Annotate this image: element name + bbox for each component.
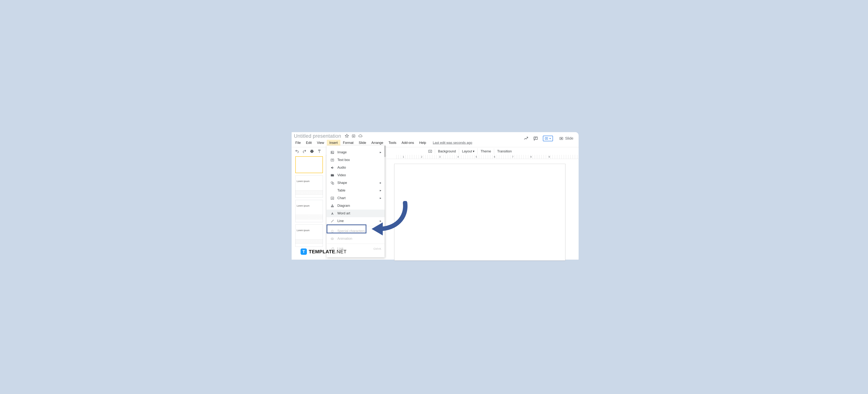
dd-label: Diagram (337, 204, 350, 208)
thumb-label: Lorem ipsum (297, 229, 309, 232)
svg-point-10 (331, 181, 333, 183)
menu-tools[interactable]: Tools (386, 140, 399, 146)
svg-rect-11 (332, 183, 334, 184)
ruler-num: 5 (467, 155, 486, 159)
star-icon[interactable] (345, 134, 349, 139)
move-icon[interactable] (351, 134, 355, 139)
dd-label: Shape (337, 181, 347, 185)
slide-thumb-1[interactable] (296, 156, 323, 173)
audio-icon (330, 166, 335, 170)
svg-marker-0 (345, 134, 348, 137)
insert-table[interactable]: Table▶ (327, 187, 384, 194)
present-button[interactable] (543, 136, 553, 141)
dd-label: Table (337, 188, 345, 192)
ruler-num: 4 (449, 155, 467, 159)
submenu-arrow-icon: ▶ (380, 182, 381, 184)
svg-rect-9 (331, 174, 334, 176)
svg-rect-2 (534, 137, 537, 140)
watermark-badge: T (301, 248, 307, 255)
insert-wordart[interactable]: Word art (327, 210, 384, 217)
slide-canvas[interactable] (394, 164, 565, 261)
new-slide-icon[interactable] (426, 149, 435, 153)
line-icon (330, 219, 335, 223)
ruler-num: 9 (540, 155, 558, 159)
menu-insert[interactable]: Insert (327, 140, 340, 146)
menu-edit[interactable]: Edit (303, 140, 314, 146)
ruler-num: 6 (486, 155, 504, 159)
wordart-icon (330, 212, 335, 215)
layout-label: Layout (462, 149, 472, 153)
submenu-arrow-icon: ▶ (380, 189, 381, 192)
watermark: T TEMPLATE.NET (301, 248, 346, 255)
dd-label: Image (337, 150, 347, 154)
animation-icon (330, 237, 335, 241)
submenu-arrow-icon: ▶ (380, 197, 381, 199)
slide-thumb-4[interactable]: Lorem ipsum (296, 224, 323, 247)
insert-diagram[interactable]: Diagram (327, 202, 384, 210)
thumb-label: Lorem ipsum (297, 205, 309, 207)
insert-textbox[interactable]: Text box (327, 156, 384, 164)
textbox-icon (330, 158, 335, 162)
ruler-num: 2 (412, 155, 431, 159)
svg-point-15 (332, 206, 333, 207)
theme-button[interactable]: Theme (477, 148, 494, 154)
watermark-text: TEMPLATE.NET (309, 249, 346, 254)
menu-help[interactable]: Help (416, 140, 429, 146)
image-icon (330, 151, 335, 154)
slide-thumb-3[interactable]: Lorem ipsum (296, 200, 323, 222)
activity-icon[interactable] (524, 136, 528, 141)
dd-label: Special characters (337, 229, 365, 233)
ruler-num: 1 (394, 155, 412, 159)
background-button[interactable]: Background (435, 148, 459, 154)
insert-shape[interactable]: Shape▶ (327, 179, 384, 187)
cloud-icon[interactable] (358, 134, 363, 139)
slide-thumb-2[interactable]: Lorem ipsum (296, 175, 323, 198)
print-icon[interactable] (310, 149, 314, 153)
canvas-area: 1 2 3 4 5 6 7 8 9 (386, 155, 579, 260)
dd-label: Line (337, 219, 344, 223)
app-window: Untitled presentation File Edit View Ins… (291, 132, 579, 260)
ruler-num: 8 (522, 155, 540, 159)
thumb-label: Lorem ipsum (297, 180, 309, 183)
video-icon (330, 174, 335, 177)
chevron-down-icon: ▾ (473, 149, 474, 153)
slideshow-label: Slide (565, 136, 574, 141)
dd-label: Animation (337, 237, 352, 241)
insert-audio[interactable]: Audio (327, 164, 384, 172)
transition-button[interactable]: Transition (494, 148, 515, 154)
dd-label: Word art (337, 211, 350, 215)
menu-arrange[interactable]: Arrange (369, 140, 386, 146)
insert-video[interactable]: Video (327, 172, 384, 179)
menu-format[interactable]: Format (340, 140, 356, 146)
menu-addons[interactable]: Add-ons (399, 140, 416, 146)
insert-chart[interactable]: Chart▶ (327, 194, 384, 202)
horizontal-ruler: 1 2 3 4 5 6 7 8 9 (386, 155, 579, 159)
dd-label: Audio (337, 165, 346, 170)
menu-slide[interactable]: Slide (356, 140, 369, 146)
last-edit-link[interactable]: Last edit was seconds ago (433, 141, 472, 145)
comments-icon[interactable] (533, 136, 538, 141)
svg-rect-6 (331, 151, 334, 154)
header-right-actions: Slide (524, 135, 579, 141)
undo-icon[interactable] (295, 149, 299, 153)
insert-image[interactable]: Image▶ (327, 149, 384, 156)
dd-label: Video (337, 173, 346, 177)
svg-point-13 (332, 205, 333, 205)
dd-label: Text box (337, 158, 350, 162)
ruler-num: 3 (431, 155, 449, 159)
submenu-arrow-icon: ▶ (380, 151, 381, 154)
insert-special-characters: Special characters (327, 227, 384, 235)
menu-separator (327, 226, 384, 226)
insert-animation: Animation (327, 235, 384, 243)
paint-format-icon[interactable] (317, 149, 321, 153)
insert-dropdown: Image▶ Text box Audio Video Shape▶ Table… (327, 146, 384, 257)
menu-view[interactable]: View (314, 140, 327, 146)
menu-file[interactable]: File (293, 140, 303, 146)
insert-line[interactable]: Line▶ (327, 217, 384, 225)
layout-button[interactable]: Layout▾ (459, 148, 477, 154)
redo-icon[interactable] (302, 149, 307, 153)
dd-label: Chart (337, 196, 346, 200)
diagram-icon (330, 204, 335, 208)
document-title[interactable]: Untitled presentation (294, 133, 341, 139)
slideshow-button[interactable]: Slide (558, 135, 575, 141)
